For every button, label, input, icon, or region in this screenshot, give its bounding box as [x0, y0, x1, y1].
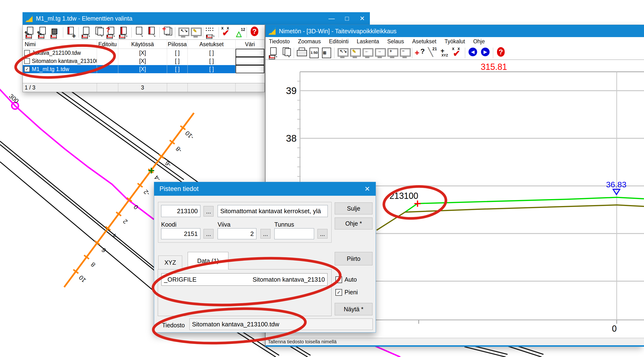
cross-section-titlebar[interactable]: Nimetön - [3D-Win] - Taiteviivapoikkilei… [266, 25, 644, 37]
save-query-icon[interactable]: ?→ [106, 26, 117, 38]
menu-zoomaus[interactable]: Zoomaus [298, 38, 321, 45]
color-swatch[interactable] [236, 65, 264, 73]
cad-breakline [0, 162, 156, 293]
next-element-icon[interactable]: ▶ [480, 47, 491, 59]
xyz-calc-icon[interactable]: +XYZ [439, 47, 450, 59]
menu-tiedosto[interactable]: Tiedosto [269, 38, 290, 45]
check-coordinates-icon[interactable]: x x✔ [221, 26, 232, 38]
export-active-icon[interactable]: → [146, 26, 158, 38]
point-batch-icon[interactable]: ∷∷→ [205, 26, 217, 38]
query-point-icon[interactable]: +? [414, 47, 426, 59]
open-hatch-element-icon[interactable]: ▨ [50, 26, 61, 38]
table-row[interactable]: M1_ml.tg 1.tdw[X][ ][ ] [23, 65, 264, 73]
print-icon[interactable] [296, 47, 308, 59]
tunnus-browse-button[interactable]: ... [318, 229, 328, 239]
menu-työkalut[interactable]: Työkalut [444, 38, 465, 45]
row-checkbox[interactable] [24, 66, 30, 72]
new-element-icon[interactable]: + [65, 26, 76, 38]
table-row[interactable]: Jakava_212100.tdw[X][ ][ ] [23, 49, 264, 57]
column-header-piilossa[interactable]: Piilossa [167, 40, 188, 48]
previous-view-icon[interactable]: ← [361, 47, 373, 59]
koodi-label: Koodi [161, 221, 176, 228]
ohje-button[interactable]: Ohje * [335, 218, 372, 230]
close-button[interactable]: ✕ [354, 12, 370, 25]
menu-selaus[interactable]: Selaus [387, 38, 404, 45]
help-icon[interactable]: ? [495, 47, 506, 59]
status-text: Tallenna tiedosto toisella nimellä [268, 339, 336, 345]
point-description-field[interactable]: Sitomattomat kantavat kerrokset, ylä [218, 205, 328, 217]
point-info-dialog: Pisteen tiedot ✕ 213100 ... Sitomattomat… [154, 182, 376, 333]
pieni-checkbox[interactable]: Pieni [336, 289, 358, 296]
tab-data[interactable]: Data (1) [188, 252, 228, 269]
column-header-nimi[interactable]: Nimi [23, 40, 97, 48]
sulje-button[interactable]: Sulje [335, 202, 372, 214]
element-selection-titlebar[interactable]: M1_ml.tg 1.tdw - Elementtien valinta —□✕ [22, 12, 370, 25]
redraw-icon[interactable]: ✎ [190, 26, 201, 38]
koodi-browse-button[interactable]: ... [204, 229, 214, 239]
tunnus-field[interactable] [274, 228, 314, 239]
cad-axis-tick-label: 4 [111, 232, 118, 240]
origfile-row[interactable]: _ORIGFILE Sitomaton kantava_21310 [161, 273, 328, 286]
export-element-icon[interactable]: → [134, 26, 145, 38]
tab-xyz[interactable]: XYZ [158, 256, 182, 269]
toolbar-separator [334, 48, 334, 58]
export-file-as-icon[interactable]: → [280, 47, 292, 59]
zoom-in-icon[interactable]: + [386, 47, 398, 59]
row-checkbox[interactable] [24, 58, 30, 64]
check-coordinates-icon[interactable]: x x✔ [452, 47, 463, 59]
nayta-button[interactable]: Näytä * [335, 303, 372, 315]
cad-axis-tick [159, 155, 164, 158]
koodi-field[interactable]: 2151 [161, 228, 200, 239]
fit-screen-icon[interactable]: ↖↘ [336, 47, 348, 59]
save-element-icon[interactable]: → [81, 26, 92, 38]
row-checkbox[interactable] [24, 50, 30, 56]
3dwin-logo-icon [26, 15, 32, 22]
column-header-editoitu[interactable]: Editoitu [97, 40, 118, 48]
save-active-icon[interactable]: → [118, 26, 130, 38]
auto-checkbox-box[interactable] [336, 276, 342, 283]
point-info-titlebar[interactable]: Pisteen tiedot ✕ [154, 182, 376, 196]
menubar: TiedostoZoomausEditointiLaskentaSelausAs… [266, 37, 644, 46]
row-cell: [X] [118, 57, 167, 65]
save-as-element-icon[interactable]: → [93, 26, 104, 38]
menu-laskenta[interactable]: Laskenta [357, 38, 379, 45]
tiedosto-field[interactable]: Sitomaton kantava_213100.tdw [189, 319, 373, 330]
help-icon[interactable]: ? [249, 26, 260, 38]
point-number-browse-button[interactable]: ... [204, 206, 214, 217]
fit-screen-icon[interactable]: ↖↘ [177, 26, 189, 38]
open-add-element-icon[interactable]: ↱ [37, 26, 48, 38]
redraw-icon[interactable]: ✎ [349, 47, 360, 59]
piirto-button[interactable]: Piirto [335, 252, 372, 265]
auto-checkbox[interactable]: Auto [336, 276, 357, 283]
row-cell: [ ] [167, 49, 188, 57]
export-file-icon[interactable]: → [268, 47, 280, 59]
scale-1-50-icon[interactable]: 1:50 [308, 47, 320, 59]
zoom-out-icon[interactable]: − [398, 47, 410, 59]
add-file-icon[interactable]: + [162, 26, 173, 38]
menu-editointi[interactable]: Editointi [329, 38, 348, 45]
maximize-button[interactable]: □ [339, 12, 354, 25]
minimize-button[interactable]: — [324, 12, 339, 25]
color-swatch[interactable] [236, 57, 264, 65]
table-row[interactable]: Sitomaton kantava_213100.t...[X][ ][ ] [23, 57, 264, 65]
color-swatch[interactable] [236, 49, 264, 57]
pieni-checkbox-box[interactable] [336, 289, 342, 296]
open-into-element-icon[interactable]: ↱ [25, 26, 36, 38]
page-setup-icon[interactable]: ▥ [321, 47, 332, 59]
column-header-väri[interactable]: Väri [236, 40, 264, 48]
statusbar: Tallenna tiedosto toisella nimellä [266, 338, 644, 345]
toolbar-separator [132, 27, 132, 37]
next-view-icon[interactable]: → [374, 47, 385, 59]
menu-ohje[interactable]: Ohje [473, 38, 485, 45]
prev-element-icon[interactable]: ◀ [467, 47, 478, 59]
close-icon[interactable]: ✕ [359, 185, 376, 193]
menu-asetukset[interactable]: Asetukset [412, 38, 436, 45]
viiva-browse-button[interactable]: ... [260, 229, 270, 239]
row-cell: [ ] [167, 57, 188, 65]
code-21-icon[interactable]: ╲21 [426, 47, 438, 59]
mean-error-12-icon[interactable]: △12 [233, 26, 245, 38]
point-number-field[interactable]: 213100 [161, 205, 200, 217]
column-header-asetukset[interactable]: Asetukset [188, 40, 236, 48]
column-header-käytössä[interactable]: Käytössä [118, 40, 167, 48]
viiva-field[interactable]: 2 [218, 228, 256, 239]
